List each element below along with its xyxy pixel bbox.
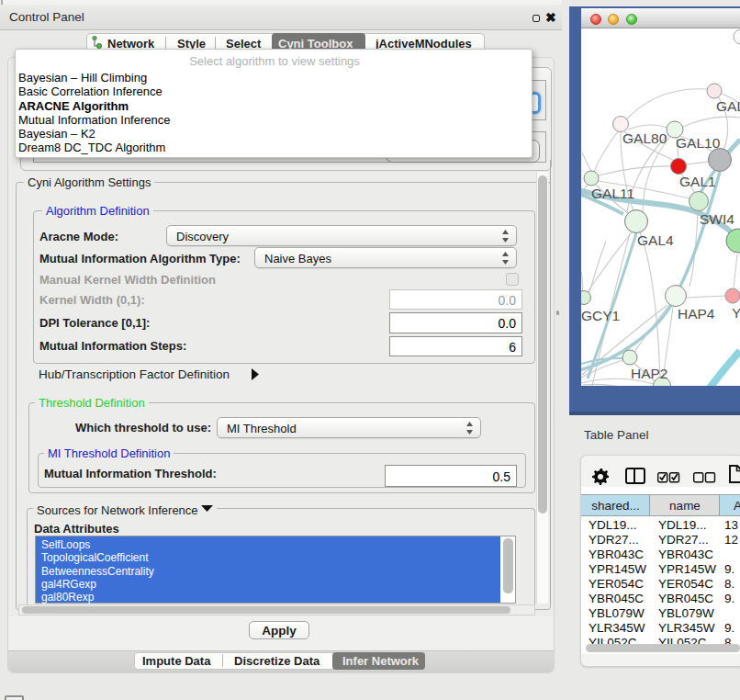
svg-text:GAL1: GAL1 bbox=[679, 174, 716, 189]
svg-text:GAL80: GAL80 bbox=[622, 130, 667, 146]
svg-text:SWI4: SWI4 bbox=[700, 211, 734, 227]
svg-text:GAL10: GAL10 bbox=[676, 135, 721, 151]
svg-text:GAL2: GAL2 bbox=[716, 98, 740, 114]
svg-text:HAP4: HAP4 bbox=[678, 306, 715, 322]
svg-text:HAP2: HAP2 bbox=[631, 366, 668, 381]
svg-text:GAL4: GAL4 bbox=[637, 232, 674, 248]
svg-text:GAL11: GAL11 bbox=[591, 186, 634, 201]
svg-text:GCY1: GCY1 bbox=[581, 308, 620, 323]
svg-text:YJ: YJ bbox=[732, 305, 740, 321]
